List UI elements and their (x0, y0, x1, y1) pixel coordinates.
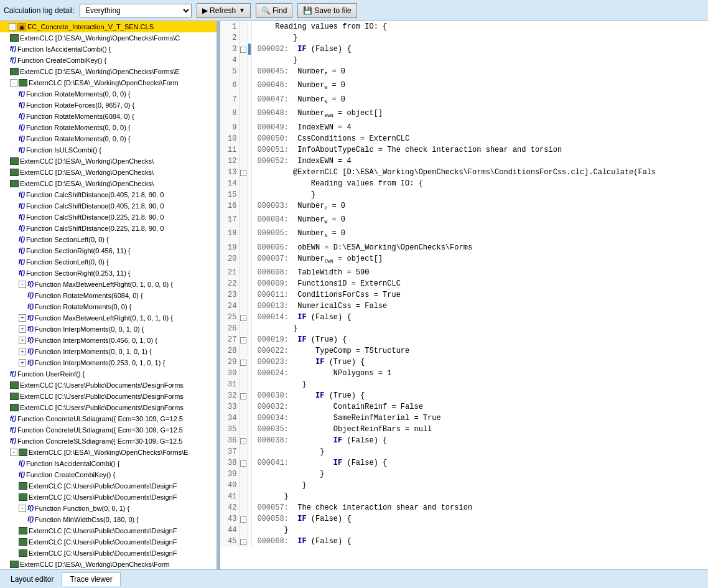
tree-item-32[interactable]: f() Function UserReinf() { (0, 368, 217, 380)
tree-item-root[interactable]: - ▣ EC_Concrete_Interaction_V_T_SEN.CLS (0, 21, 217, 32)
tree-item-4[interactable]: f() Function CreateCombiKey() { (0, 55, 217, 66)
tree-expand[interactable]: - (10, 79, 17, 86)
refresh-button[interactable]: ▶ Refresh ▼ (197, 3, 251, 18)
tree-item-5[interactable]: ExternCLC [D:\ESA\_Working\OpenChecks\Fo… (0, 66, 217, 77)
tree-item-8[interactable]: f() Function RotateForces(0, 9657, 0) { (0, 100, 217, 111)
line-expand-cell[interactable]: - (240, 334, 248, 345)
tree-item-45[interactable]: f() Function MinWidthCss(0, 180, 0) { (0, 514, 217, 525)
tree-item-7[interactable]: f() Function RotateMoments(0, 0, 0) { (0, 88, 217, 100)
main-container: Calculation log detail: Everything Error… (0, 0, 708, 588)
tree-expand[interactable]: - (19, 505, 26, 512)
line-content: 000050: CssConditions = ExternCLC (252, 133, 708, 144)
tree-item-23[interactable]: f() Function SectionRight(0.253, 11) { (0, 268, 217, 279)
tree-expand[interactable]: + (19, 314, 26, 322)
tree-item-49[interactable]: ExternCLC [D:\ESA\_Working\OpenChecks\Fo… (0, 559, 217, 569)
line-expand-btn[interactable]: - (240, 315, 246, 321)
tree-expand[interactable]: + (19, 348, 26, 355)
line-number: 39 (220, 469, 240, 480)
line-expand-btn[interactable]: - (240, 438, 246, 444)
tree-item-25[interactable]: f() Function RotateMoments(6084, 0) { (0, 290, 217, 301)
line-expand-btn[interactable]: - (240, 47, 246, 53)
tree-item-35[interactable]: ExternCLC [C:\Users\Public\Documents\Des… (0, 402, 217, 413)
tree-item-46[interactable]: ExternCLC [C:\Users\Public\Documents\Des… (0, 525, 217, 536)
line-expand-cell[interactable]: - (240, 44, 248, 55)
log-detail-dropdown[interactable]: Everything Errors only Warnings Info (80, 4, 192, 17)
line-number: 13 (220, 167, 240, 178)
line-content: 000003: NumberP = 0 (252, 200, 708, 214)
tree-item-38[interactable]: f() Function ConcreteSLSdiagram({ Ecm=30… (0, 436, 217, 447)
tree-item-22[interactable]: f() Function SectionLeft(0, 0) { (0, 256, 217, 268)
tree-item-20[interactable]: f() Function SectionLeft(0, 0) { (0, 234, 217, 245)
line-expand-cell[interactable]: - (240, 457, 248, 469)
line-expand-btn[interactable]: - (240, 360, 246, 366)
tree-item-24[interactable]: - f() Function MaxBetweenLeftRight(0, 1,… (0, 279, 217, 290)
tree-item-41[interactable]: f() Function CreateCombiKey() { (0, 469, 217, 480)
tree-item-13[interactable]: ExternCLC [D:\ESA\_Working\OpenChecks\ (0, 156, 217, 167)
line-expand-cell[interactable]: - (240, 390, 248, 401)
tab-trace-viewer[interactable]: Trace viewer (62, 572, 120, 586)
tree-item-10[interactable]: f() Function RotateMoments(0, 0, 0) { (0, 122, 217, 133)
tree-item-26[interactable]: f() Function RotateMoments(0, 0) { (0, 301, 217, 312)
code-line-16: 16 000003: NumberP = 0 (220, 200, 708, 214)
tree-item-29[interactable]: + f() Function InterpMoments(0.456, 0, 1… (0, 335, 217, 346)
tree-item-37[interactable]: f() Function ConcreteULSdiagram({ Ecm=30… (0, 424, 217, 436)
tree-expand[interactable]: + (19, 325, 26, 333)
tree-item-39[interactable]: - ExternCLC [D:\ESA\_Working\OpenChecks\… (0, 447, 217, 458)
tree-item-3[interactable]: f() Function IsAccidentalCombi() { (0, 44, 217, 55)
tab-layout-editor[interactable]: Layout editor (2, 572, 62, 586)
tree-item-14[interactable]: ExternCLC [D:\ESA\_Working\OpenChecks\ (0, 167, 217, 178)
tree-item-2[interactable]: ExternCLC [D:\ESA\_Working\OpenChecks\Fo… (0, 32, 217, 44)
tree-item-11[interactable]: f() Function RotateMoments(0, 0, 0) { (0, 133, 217, 144)
tree-item-19[interactable]: f() Function CalcShiftDistance(0.225, 21… (0, 223, 217, 234)
tree-expand-root[interactable]: - (9, 23, 16, 30)
line-content: 000019: IF (True) { (252, 334, 708, 345)
line-expand-btn[interactable]: - (240, 170, 246, 176)
line-expand-btn[interactable]: - (240, 516, 246, 523)
tree-expand[interactable]: + (19, 337, 26, 344)
line-expand-cell[interactable]: - (240, 167, 248, 178)
tree-item-48[interactable]: ExternCLC [C:\Users\Public\Documents\Des… (0, 548, 217, 559)
tree-item-21[interactable]: f() Function SectionRight(0.456, 11) { (0, 245, 217, 256)
line-expand-cell[interactable]: - (240, 435, 248, 446)
tree-panel[interactable]: - ▣ EC_Concrete_Interaction_V_T_SEN.CLS … (0, 21, 218, 569)
tree-item-34[interactable]: ExternCLC [C:\Users\Public\Documents\Des… (0, 391, 217, 402)
tree-item-27[interactable]: + f() Function MaxBetweenLeftRight(0, 1,… (0, 312, 217, 324)
line-expand-btn[interactable]: - (240, 539, 246, 545)
tree-expand[interactable]: - (10, 449, 17, 456)
tree-item-16[interactable]: f() Function CalcShiftDistance(0.405, 21… (0, 189, 217, 200)
find-button[interactable]: 🔍 Find (256, 3, 292, 18)
tree-item-36[interactable]: f() Function ConcreteULSdiagram({ Ecm=30… (0, 413, 217, 424)
tree-item-30[interactable]: + f() Function InterpMoments(0, 0, 1, 0,… (0, 346, 217, 357)
tree-item-28[interactable]: + f() Function InterpMoments(0, 0, 1, 0)… (0, 324, 217, 335)
line-expand-cell[interactable]: - (240, 513, 248, 525)
tree-item-44[interactable]: - f() Function Function_bw(0, 0, 1) { (0, 503, 217, 514)
ext-icon (19, 538, 27, 546)
line-expand-cell[interactable]: - (240, 536, 248, 547)
line-number: 35 (220, 424, 240, 435)
tree-item-31[interactable]: + f() Function InterpMoments(0.253, 0, 1… (0, 357, 217, 368)
tree-item-18[interactable]: f() Function CalcShiftDistance(0.225, 21… (0, 212, 217, 223)
line-expand-btn[interactable]: - (240, 460, 246, 467)
line-expand-btn[interactable]: - (240, 337, 246, 343)
tree-item-33[interactable]: ExternCLC [C:\Users\Public\Documents\Des… (0, 380, 217, 391)
tree-item-42[interactable]: ExternCLC [C:\Users\Public\Documents\Des… (0, 480, 217, 492)
tree-item-text: ExternCLC [C:\Users\Public\Documents\Des… (29, 526, 177, 536)
save-button[interactable]: 💾 Save to file (297, 3, 356, 18)
tree-item-43[interactable]: ExternCLC [C:\Users\Public\Documents\Des… (0, 492, 217, 503)
tree-expand[interactable]: - (19, 281, 26, 288)
code-panel[interactable]: 1 Reading values from IO: { 2 } 3 - (220, 21, 708, 569)
tree-item-47[interactable]: ExternCLC [C:\Users\Public\Documents\Des… (0, 536, 217, 548)
line-expand-cell[interactable]: - (240, 357, 248, 368)
tree-item-17[interactable]: f() Function CalcShiftDistance(0.405, 21… (0, 200, 217, 212)
tree-item-text: ExternCLC [C:\Users\Public\Documents\Des… (29, 537, 177, 547)
tree-item-6[interactable]: - ExternCLC [D:\ESA\_Working\OpenChecks\… (0, 77, 217, 88)
line-expand-btn[interactable]: - (240, 393, 246, 399)
line-number: 19 (220, 242, 240, 253)
line-expand-cell[interactable]: - (240, 312, 248, 323)
tree-item-40[interactable]: f() Function IsAccidentalCombi() { (0, 458, 217, 469)
tree-expand[interactable]: + (19, 359, 26, 366)
tree-item-12[interactable]: f() Function IsULSCombi() { (0, 144, 217, 156)
tree-item-9[interactable]: f() Function RotateMoments(6084, 0) { (0, 111, 217, 122)
tree-item-15[interactable]: ExternCLC [D:\ESA\_Working\OpenChecks\ (0, 178, 217, 189)
refresh-dropdown-arrow[interactable]: ▼ (239, 7, 245, 14)
